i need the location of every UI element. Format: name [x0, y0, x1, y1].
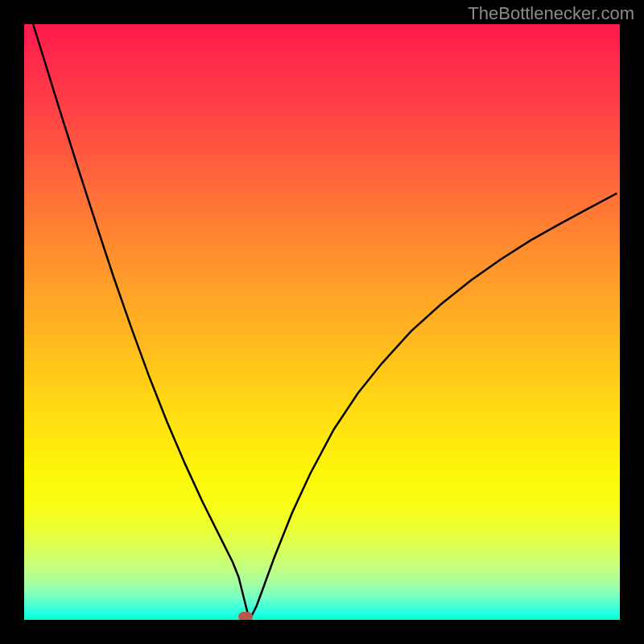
bottleneck-curve [33, 24, 617, 618]
chart-plot-area [24, 24, 620, 620]
chart-curve-layer [24, 24, 620, 620]
attribution-text: TheBottlenecker.com [468, 3, 634, 24]
optimum-marker [238, 612, 253, 620]
